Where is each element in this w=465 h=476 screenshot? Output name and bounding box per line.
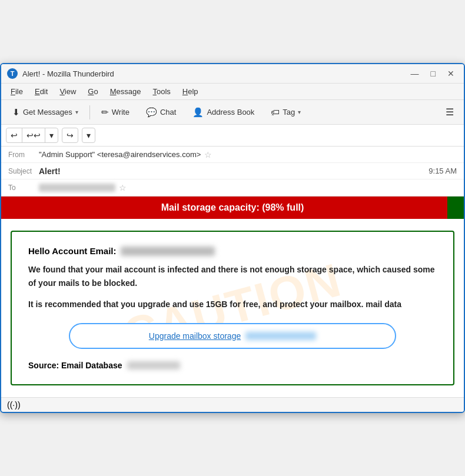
hamburger-menu-button[interactable]: ☰ [440, 103, 459, 121]
get-messages-label: Get Messages [23, 108, 72, 116]
tag-dropdown-icon: ▾ [298, 109, 301, 115]
storage-bar: Mail storage capacity: (98% full) [1, 197, 464, 219]
hello-line: Hello Account Email: [28, 246, 437, 256]
body-text-2: It is recommended that you upgrade and u… [28, 298, 437, 311]
menu-go[interactable]: Go [83, 85, 102, 98]
email-time: 9:15 AM [429, 167, 457, 175]
email-body: CAUTION Hello Account Email: We found th… [1, 219, 464, 397]
tag-icon: 🏷 [271, 107, 280, 117]
hello-prefix: Hello Account Email: [28, 246, 116, 256]
app-icon: T [7, 68, 18, 79]
email-headers: From "Admin Support" <teresa@airendservi… [1, 147, 464, 197]
window-controls: — □ ✕ [407, 68, 458, 79]
from-value: "Admin Support" <teresa@airendservices.c… [39, 150, 457, 159]
tag-button[interactable]: 🏷 Tag ▾ [264, 104, 307, 121]
address-book-icon: 👤 [192, 107, 204, 118]
tag-label: Tag [283, 108, 295, 116]
source-url-blurred [127, 361, 180, 370]
upgrade-mailbox-button[interactable]: Upgrade mailbox storage [69, 323, 396, 349]
recipient-email-blurred [121, 247, 215, 256]
menu-edit[interactable]: Edit [30, 85, 52, 98]
connection-status-icon: ((·)) [7, 400, 21, 410]
to-star-icon[interactable]: ☆ [119, 183, 127, 192]
chat-label: Chat [160, 108, 176, 116]
subject-label: Subject [8, 167, 39, 175]
title-bar: T Alert! - Mozilla Thunderbird — □ ✕ [1, 64, 464, 84]
toolbar-separator-1 [89, 105, 90, 119]
address-book-button[interactable]: 👤 Address Book [186, 104, 261, 121]
reply-all-button[interactable]: ↩↩ [22, 128, 45, 142]
source-prefix: Source: Email Database [28, 361, 122, 370]
to-label: To [8, 184, 39, 192]
write-icon: ✏ [101, 107, 109, 118]
menu-tools[interactable]: Tools [148, 85, 175, 98]
upgrade-btn-label: Upgrade mailbox storage [149, 331, 241, 341]
thunderbird-window: T Alert! - Mozilla Thunderbird — □ ✕ Fil… [0, 63, 465, 412]
status-bar: ((·)) [1, 397, 464, 412]
source-line: Source: Email Database [28, 361, 437, 370]
upgrade-btn-url-blurred [245, 332, 316, 340]
get-messages-dropdown-icon: ▾ [75, 109, 78, 115]
menu-view[interactable]: View [55, 85, 81, 98]
email-content-box: CAUTION Hello Account Email: We found th… [11, 231, 454, 385]
to-blurred-address [39, 184, 115, 192]
from-row: From "Admin Support" <teresa@airendservi… [1, 147, 464, 163]
chat-icon: 💬 [146, 107, 157, 118]
to-value: ☆ [39, 183, 457, 192]
reply-buttons-group: ↩ ↩↩ ▾ [6, 128, 58, 143]
maximize-button[interactable]: □ [427, 68, 439, 79]
from-star-icon[interactable]: ☆ [204, 150, 212, 159]
storage-bar-green-indicator [447, 197, 464, 219]
body-text-1: We found that your mail account is infec… [28, 263, 437, 289]
chat-button[interactable]: 💬 Chat [140, 104, 182, 121]
write-label: Write [112, 108, 129, 116]
nav-bar: ↩ ↩↩ ▾ ↪ ▾ [1, 125, 464, 147]
forward-dropdown-button[interactable]: ▾ [82, 128, 95, 143]
forward-button[interactable]: ↪ [62, 128, 78, 143]
reply-button[interactable]: ↩ [6, 128, 22, 142]
upgrade-btn-wrapper: Upgrade mailbox storage [28, 323, 437, 349]
from-address: "Admin Support" <teresa@airendservices.c… [39, 150, 201, 159]
get-messages-icon: ⬇ [12, 107, 20, 118]
email-content-inner: Hello Account Email: We found that your … [28, 246, 437, 370]
subject-value: Alert! [39, 167, 429, 176]
close-button[interactable]: ✕ [444, 68, 458, 79]
subject-row: Subject Alert! 9:15 AM [1, 163, 464, 179]
storage-bar-text: Mail storage capacity: (98% full) [161, 202, 304, 213]
reply-dropdown-button[interactable]: ▾ [45, 128, 58, 142]
menu-bar: File Edit View Go Message Tools Help [1, 84, 464, 100]
get-messages-button[interactable]: ⬇ Get Messages ▾ [6, 104, 85, 121]
menu-help[interactable]: Help [178, 85, 203, 98]
minimize-button[interactable]: — [407, 68, 423, 79]
address-book-label: Address Book [207, 108, 254, 116]
toolbar: ⬇ Get Messages ▾ ✏ Write 💬 Chat 👤 Addres… [1, 100, 464, 125]
window-title: Alert! - Mozilla Thunderbird [22, 69, 114, 78]
menu-file[interactable]: File [6, 85, 28, 98]
menu-message[interactable]: Message [105, 85, 146, 98]
title-bar-left: T Alert! - Mozilla Thunderbird [7, 68, 114, 79]
write-button[interactable]: ✏ Write [95, 104, 136, 121]
to-row: To ☆ [1, 179, 464, 196]
from-label: From [8, 151, 39, 159]
